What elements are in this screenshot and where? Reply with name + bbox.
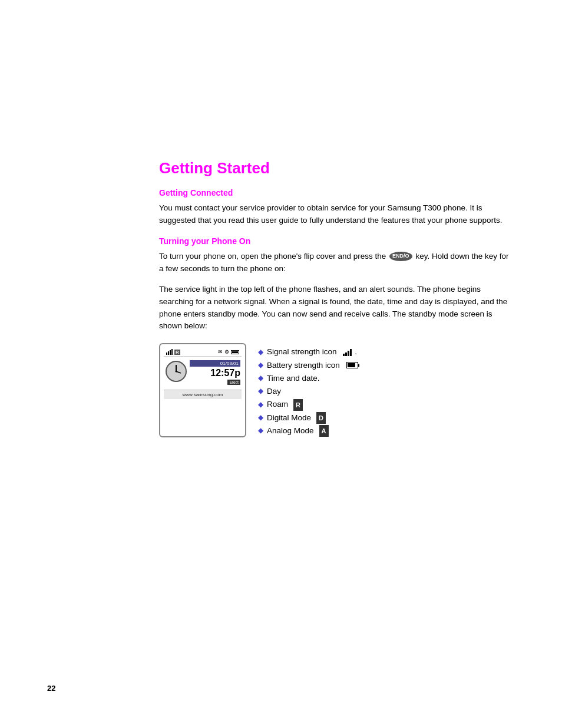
signal-dot: . (355, 347, 357, 358)
clock-svg (165, 360, 187, 383)
info-list-area: ◆ Signal strength icon . ◆ Battery stren… (258, 343, 358, 437)
bullet-digital: ◆ Digital Mode D (258, 411, 358, 424)
section-turning-on: Turning your Phone On To turn your phone… (159, 236, 515, 333)
turning-on-text1: To turn your phone on, open the phone's … (159, 252, 386, 261)
turning-on-body3: The service light in the top left of the… (159, 284, 515, 333)
bullet-roam: ◆ Roam R (258, 398, 358, 411)
page-container: Getting Started Getting Connected You mu… (0, 0, 562, 728)
status-icons-right: ✉ ⚙ (218, 349, 239, 355)
getting-connected-heading: Getting Connected (159, 188, 515, 197)
digital-mode-badge: D (316, 412, 326, 424)
phone-elect-label: Elect (227, 380, 240, 385)
bullet-battery-text: Battery strength icon (267, 359, 340, 372)
bullet-diamond-analog: ◆ (258, 425, 263, 437)
signal-strength-icon (343, 349, 352, 356)
bullet-day: ◆ Day (258, 385, 358, 398)
turning-on-body1: To turn your phone on, open the phone's … (159, 251, 515, 275)
bullet-list: ◆ Signal strength icon . ◆ Battery stren… (258, 345, 358, 437)
message-icon-statusbar: ✉ (218, 349, 223, 355)
signal-bars-icon (166, 349, 173, 355)
bullet-diamond-signal: ◆ (258, 347, 263, 358)
bullet-roam-text: Roam (267, 398, 288, 411)
getting-connected-body: You must contact your service provider t… (159, 202, 515, 227)
status-icons-left: R (166, 349, 180, 355)
svg-point-3 (176, 371, 177, 373)
bullet-signal: ◆ Signal strength icon . (258, 345, 358, 358)
bullet-time-date: ◆ Time and date. (258, 372, 358, 385)
battery-icon-statusbar (231, 350, 239, 354)
battery-strength-icon (346, 362, 358, 368)
bullet-signal-text: Signal strength icon (267, 345, 337, 358)
bullet-day-text: Day (267, 385, 281, 398)
roam-badge: R (293, 399, 303, 411)
bullet-digital-text: Digital Mode (267, 411, 311, 424)
bullet-diamond-digital: ◆ (258, 412, 263, 424)
bullet-analog: ◆ Analog Mode A (258, 424, 358, 437)
phone-main-area: 01/03/01 12:57p Elect (164, 359, 242, 386)
bullet-diamond-time: ◆ (258, 373, 263, 384)
page-number: 22 (47, 684, 55, 693)
phone-website: www.samsung.com (164, 390, 242, 399)
content-area: Getting Started Getting Connected You mu… (159, 0, 515, 437)
phone-status-bar: R ✉ ⚙ (164, 348, 242, 357)
section-getting-connected: Getting Connected You must contact your … (159, 188, 515, 227)
page-title: Getting Started (159, 159, 515, 177)
bullet-time-text: Time and date. (267, 372, 320, 385)
bullet-diamond-day: ◆ (258, 386, 263, 397)
phone-mockup: R ✉ ⚙ (159, 343, 246, 437)
bullet-diamond-roam: ◆ (258, 399, 263, 411)
phone-date: 01/03/01 (190, 360, 240, 367)
phone-clock (165, 360, 187, 385)
bullet-diamond-battery: ◆ (258, 360, 263, 371)
roam-icon-statusbar: R (174, 350, 180, 355)
turning-on-heading: Turning your Phone On (159, 236, 515, 246)
bullet-battery: ◆ Battery strength icon (258, 359, 358, 372)
phone-datetime-area: 01/03/01 12:57p Elect (190, 360, 240, 385)
settings-icon-statusbar: ⚙ (224, 349, 229, 355)
analog-mode-badge: A (319, 425, 329, 437)
phone-time: 12:57p (190, 368, 240, 378)
phone-screen-area: R ✉ ⚙ (159, 343, 515, 437)
end-key-icon: END/O (389, 252, 412, 261)
bullet-analog-text: Analog Mode (267, 424, 314, 437)
